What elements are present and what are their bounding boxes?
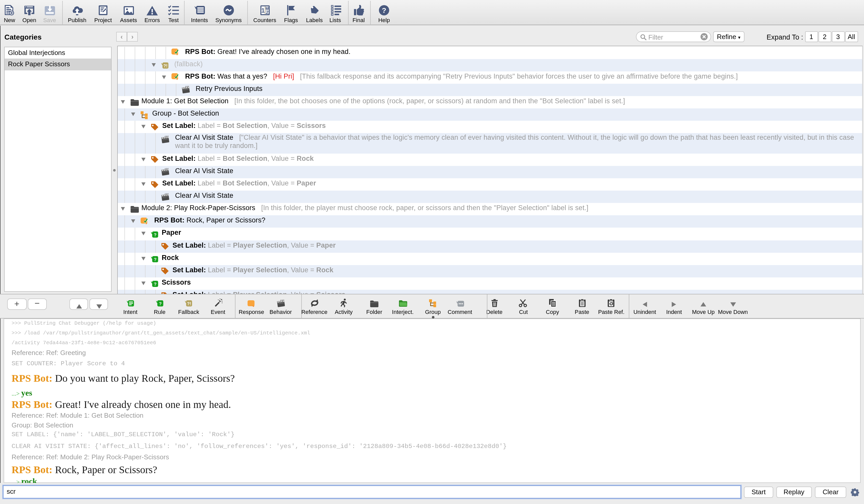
svg-text:?: ? [382, 7, 386, 14]
svg-text:?!: ?! [164, 63, 168, 68]
svg-text:1: 1 [261, 7, 265, 14]
svg-text:?: ? [154, 282, 156, 287]
svg-text:?: ? [154, 232, 156, 237]
svg-text:2: 2 [266, 10, 268, 15]
svg-text:?!: ?! [187, 301, 191, 306]
svg-text:?: ? [159, 301, 161, 306]
svg-text:?: ? [154, 257, 156, 262]
